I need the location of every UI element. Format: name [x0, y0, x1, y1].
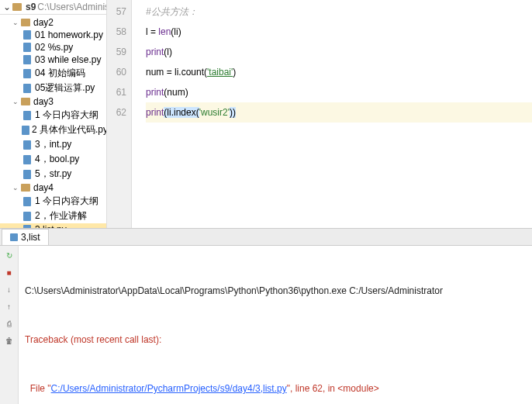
file-label: 3，int.py — [35, 138, 71, 151]
python-file-icon — [22, 196, 33, 207]
scroll-down-button[interactable]: ↓ — [3, 283, 16, 295]
tree-file[interactable]: 1 今日内容大纲 — [0, 194, 106, 209]
console-error-line: Traceback (most recent call last): — [25, 332, 526, 348]
line-number: 57 — [107, 2, 126, 22]
code-text: (num) — [164, 87, 188, 98]
file-label: 2，作业讲解 — [35, 209, 87, 223]
project-tree: ⌄day2 01 homework.py 02 %s.py 03 while e… — [0, 15, 106, 228]
code-line[interactable]: print(num) — [146, 82, 532, 102]
chevron-down-icon: ⌄ — [11, 184, 20, 192]
console-error-line: File "C:/Users/Administrator/PycharmProj… — [25, 381, 526, 397]
python-file-icon — [22, 154, 33, 165]
clear-button[interactable]: 🗑 — [3, 334, 16, 347]
code-line[interactable]: l = len(li) — [146, 22, 532, 42]
file-label: 4，bool.py — [35, 153, 79, 166]
tree-file[interactable]: 05逻辑运算.py — [0, 81, 106, 95]
run-tab[interactable]: 3,list — [2, 229, 49, 245]
code-text: )) — [230, 107, 236, 118]
code-line[interactable]: print(l) — [146, 42, 532, 62]
comment: #公共方法： — [146, 6, 198, 17]
tree-file[interactable]: 4，bool.py — [0, 152, 106, 167]
rerun-button[interactable]: ↻ — [3, 249, 16, 261]
chevron-down-icon: ⌄ — [11, 98, 20, 105]
file-label: 3,list.py — [35, 224, 67, 228]
tab-label: 3,list — [21, 232, 40, 243]
folder-icon — [20, 182, 31, 193]
tree-folder-day2[interactable]: ⌄day2 — [0, 16, 106, 29]
console-output[interactable]: C:\Users\Administrator\AppData\Local\Pro… — [19, 246, 532, 404]
folder-icon — [20, 17, 31, 28]
error-text: ", line 62, in <module> — [287, 383, 379, 394]
file-link[interactable]: C:/Users/Administrator/PycharmProjects/s… — [51, 383, 287, 394]
file-label: 1 今日内容大纲 — [35, 109, 98, 122]
python-file-icon — [22, 211, 33, 222]
code-line[interactable]: #公共方法： — [146, 2, 532, 22]
chevron-down-icon: ⌄ — [3, 2, 11, 12]
line-number: 60 — [107, 62, 126, 82]
console-line: C:\Users\Administrator\AppData\Local\Pro… — [25, 283, 526, 299]
line-number: 61 — [107, 82, 126, 102]
tree-file[interactable]: 02 %s.py — [0, 41, 106, 54]
line-number: 59 — [107, 42, 126, 62]
file-label: 04 初始编码 — [35, 67, 85, 80]
tree-file[interactable]: 03 while else.py — [0, 54, 106, 66]
line-number: 62 — [107, 102, 126, 123]
folder-label: day2 — [33, 17, 54, 28]
python-file-icon — [22, 140, 33, 150]
console-toolbar: ↻ ■ ↓ ↑ ⎙ 🗑 — [0, 246, 19, 404]
builtin: print — [146, 47, 164, 57]
code-line-current[interactable]: print(li.index('wusir2')) — [146, 102, 532, 123]
folder-icon — [20, 96, 31, 107]
scroll-up-button[interactable]: ↑ — [3, 300, 16, 312]
breadcrumb[interactable]: ⌄ s9 C:\Users\Administrato — [0, 0, 106, 15]
stop-button[interactable]: ■ — [3, 266, 16, 278]
project-name: s9 — [26, 2, 36, 12]
python-file-icon — [22, 224, 33, 228]
console-panel: ↻ ■ ↓ ↑ ⎙ 🗑 C:\Users\Administrator\AppDa… — [0, 246, 532, 404]
file-label: 5，str.py — [35, 167, 71, 181]
python-file-icon — [22, 83, 33, 94]
project-sidebar[interactable]: ⌄ s9 C:\Users\Administrato ⌄day2 01 home… — [0, 0, 107, 228]
file-label: 2 具体作业代码.py — [32, 123, 107, 136]
code-text: (li.index( — [164, 107, 199, 118]
code-editor[interactable]: 57 58 59 60 61 62 #公共方法： l = len(li) pri… — [107, 0, 532, 228]
python-file-icon — [10, 233, 18, 241]
run-tab-bar: 3,list — [0, 229, 532, 246]
string: 'wusir2' — [199, 107, 230, 118]
folder-icon — [12, 2, 22, 12]
string: 'taibai' — [207, 67, 233, 78]
python-file-icon — [22, 169, 33, 180]
file-label: 1 今日内容大纲 — [35, 195, 98, 208]
folder-label: day4 — [33, 182, 54, 193]
print-button[interactable]: ⎙ — [3, 317, 16, 330]
builtin: print — [146, 107, 164, 118]
python-file-icon — [22, 110, 33, 121]
project-path: C:\Users\Administrato — [37, 2, 107, 12]
tree-file[interactable]: 04 初始编码 — [0, 66, 106, 81]
tree-folder-day3[interactable]: ⌄day3 — [0, 95, 106, 108]
tree-file[interactable]: 01 homework.py — [0, 29, 106, 41]
python-file-icon — [22, 42, 33, 53]
tree-file-active[interactable]: 3,list.py — [0, 223, 106, 228]
code-text: num = li.count( — [146, 67, 207, 78]
tree-file[interactable]: 5，str.py — [0, 167, 106, 181]
tree-file[interactable]: 3，int.py — [0, 137, 106, 152]
file-label: 02 %s.py — [35, 42, 73, 53]
chevron-down-icon: ⌄ — [11, 19, 20, 26]
tree-folder-day4[interactable]: ⌄day4 — [0, 181, 106, 194]
file-label: 03 while else.py — [35, 54, 101, 65]
line-gutter: 57 58 59 60 61 62 — [107, 0, 132, 228]
line-number: 58 — [107, 22, 126, 42]
code-area[interactable]: #公共方法： l = len(li) print(l) num = li.cou… — [132, 0, 532, 228]
code-text: (l) — [164, 47, 172, 57]
code-text: ) — [233, 67, 236, 78]
code-line[interactable]: num = li.count('taibai') — [146, 62, 532, 82]
tree-file[interactable]: 2，作业讲解 — [0, 209, 106, 223]
code-text: l = — [146, 26, 158, 37]
python-file-icon — [22, 125, 29, 136]
folder-label: day3 — [33, 96, 54, 107]
tree-file[interactable]: 1 今日内容大纲 — [0, 108, 106, 123]
error-text: File " — [25, 383, 51, 394]
builtin: print — [146, 87, 164, 98]
tree-file[interactable]: 2 具体作业代码.py — [0, 123, 106, 137]
